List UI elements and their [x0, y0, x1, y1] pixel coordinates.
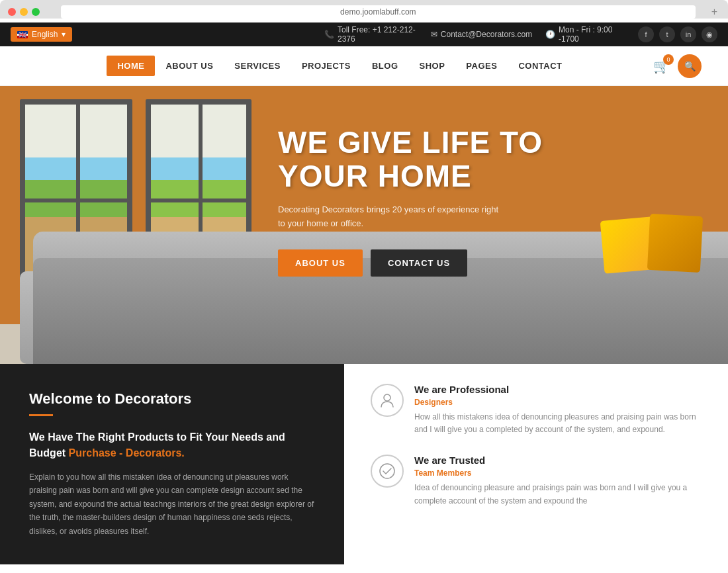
- trusted-body: Idea of denouncing pleasure and praising…: [414, 482, 702, 507]
- hours-info: 🕐 Mon - Fri : 9:00 -1700: [545, 25, 622, 44]
- professional-title: We are Professional: [414, 384, 702, 395]
- maximize-button[interactable]: [32, 8, 40, 16]
- nav-item-shop[interactable]: SHOP: [409, 56, 456, 76]
- trusted-subtitle: Team Members: [414, 468, 702, 478]
- language-label: English: [32, 30, 58, 39]
- nav-item-contact[interactable]: CONTACT: [508, 56, 572, 76]
- about-us-button[interactable]: ABOUT US: [278, 249, 363, 277]
- facebook-icon[interactable]: f: [638, 26, 654, 42]
- browser-tabs-bar: demo.joomlabuff.com +: [8, 5, 720, 19]
- phone-info: 📞 Toll Free: +1 212-212-2376: [324, 25, 418, 44]
- trusted-content: We are Trusted Team Members Idea of deno…: [414, 455, 702, 507]
- professional-icon: [371, 384, 404, 417]
- welcome-body: Explain to you how all this mistaken ide…: [29, 470, 315, 538]
- add-tab-button[interactable]: +: [709, 6, 720, 18]
- welcome-panel: Welcome to Decorators We Have The Right …: [0, 364, 344, 564]
- search-button[interactable]: 🔍: [678, 54, 702, 78]
- address-bar[interactable]: demo.joomlabuff.com: [61, 5, 696, 19]
- clock-icon: 🕐: [545, 30, 555, 39]
- top-contact-info: 📞 Toll Free: +1 212-212-2376 ✉ Contact@D…: [324, 25, 622, 44]
- trusted-icon: [371, 455, 404, 488]
- hero-content: WE GIVE LIFE TO YOUR HOME Decorating Dec…: [278, 126, 688, 277]
- phone-icon: 📞: [324, 30, 334, 39]
- top-bar: 🇬🇧 English ▾ 📞 Toll Free: +1 212-212-237…: [0, 22, 728, 46]
- feature-trusted: We are Trusted Team Members Idea of deno…: [371, 455, 702, 507]
- email-icon: ✉: [431, 30, 437, 39]
- trusted-title: We are Trusted: [414, 455, 702, 466]
- business-hours: Mon - Fri : 9:00 -1700: [559, 25, 622, 44]
- orange-divider: [29, 414, 53, 416]
- feature-professional: We are Professional Designers How all th…: [371, 384, 702, 436]
- close-button[interactable]: [8, 8, 16, 16]
- minimize-button[interactable]: [20, 8, 28, 16]
- nav-item-about[interactable]: ABOUT US: [155, 56, 224, 76]
- traffic-lights: [8, 8, 40, 16]
- hero-buttons: ABOUT US CONTACT US: [278, 249, 688, 277]
- browser-chrome: demo.joomlabuff.com +: [0, 0, 728, 19]
- language-selector[interactable]: 🇬🇧 English ▾: [11, 27, 72, 42]
- nav-item-projects[interactable]: PROJECTS: [291, 56, 361, 76]
- phone-number: Toll Free: +1 212-212-2376: [338, 25, 418, 44]
- cart-button[interactable]: 🛒 0: [653, 58, 670, 74]
- professional-body: How all this mistakens idea of denouncin…: [414, 411, 702, 436]
- nav-right: 🛒 0 🔍: [653, 54, 702, 78]
- twitter-icon[interactable]: t: [659, 26, 675, 42]
- dropdown-arrow-icon: ▾: [62, 30, 66, 39]
- svg-point-0: [384, 394, 390, 401]
- search-icon: 🔍: [684, 61, 696, 71]
- nav-item-pages[interactable]: PAGES: [455, 56, 508, 76]
- flag-icon: 🇬🇧: [17, 31, 28, 38]
- nav-item-home[interactable]: HOME: [107, 56, 155, 76]
- nav-menu: HOME ABOUT US SERVICES PROJECTS BLOG SHO…: [26, 56, 653, 76]
- hero-title-line1: WE GIVE LIFE TO: [278, 126, 688, 159]
- professional-content: We are Professional Designers How all th…: [414, 384, 702, 436]
- svg-point-1: [380, 464, 394, 478]
- hero-subtitle: Decorating Decorators brings 20 years of…: [278, 203, 503, 231]
- subtitle-orange: Purchase - Decorators.: [69, 447, 185, 459]
- top-bar-left: 🇬🇧 English ▾: [11, 27, 308, 42]
- instagram-icon[interactable]: ◉: [702, 26, 717, 42]
- welcome-title: Welcome to Decorators: [29, 390, 315, 408]
- contact-us-button[interactable]: CONTACT US: [371, 249, 467, 277]
- nav-item-services[interactable]: SERVICES: [224, 56, 291, 76]
- email-address: Contact@Decorators.com: [441, 30, 532, 39]
- professional-subtitle: Designers: [414, 398, 702, 407]
- welcome-subtitle: We Have The Right Products to Fit Your N…: [29, 429, 315, 461]
- nav-bar: HOME ABOUT US SERVICES PROJECTS BLOG SHO…: [0, 46, 728, 86]
- nav-item-blog[interactable]: BLOG: [361, 56, 409, 76]
- cart-badge: 0: [663, 54, 674, 65]
- hero-title: WE GIVE LIFE TO YOUR HOME: [278, 126, 688, 193]
- features-panel: We are Professional Designers How all th…: [344, 364, 728, 564]
- email-info: ✉ Contact@Decorators.com: [431, 30, 532, 39]
- hero-title-line2: YOUR HOME: [278, 159, 688, 193]
- bottom-section: Welcome to Decorators We Have The Right …: [0, 364, 728, 564]
- linkedin-icon[interactable]: in: [680, 26, 696, 42]
- hero-section: WE GIVE LIFE TO YOUR HOME Decorating Dec…: [0, 86, 728, 364]
- social-links: f t in ◉: [638, 26, 717, 42]
